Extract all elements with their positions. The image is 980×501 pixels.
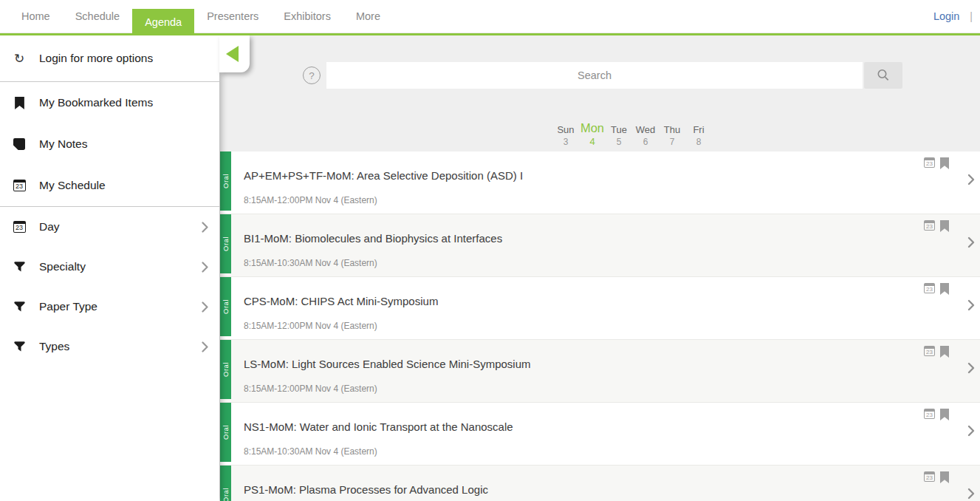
sidebar-item[interactable]: 23 My Bookmarked Items: [0, 82, 219, 123]
chevron-right-icon[interactable]: [967, 425, 975, 437]
day-name: Thu: [664, 124, 680, 135]
session-info: NS1-MoM: Water and Ionic Transport at th…: [220, 403, 980, 457]
day-option[interactable]: Mon 4: [579, 118, 606, 148]
sidebar-item[interactable]: 23 My Notes: [0, 123, 219, 165]
session-actions: 23: [924, 471, 949, 483]
login-separator: |: [970, 10, 973, 22]
session-time: 8:15AM-12:00PM Nov 4 (Eastern): [244, 384, 891, 394]
day-option[interactable]: Sun 3: [552, 118, 579, 148]
calendar-icon: 23: [11, 221, 27, 233]
sidebar-item[interactable]: 23 Specialty: [0, 247, 219, 287]
session-row[interactable]: Oral BI1-MoM: Biomolecules and Biophysic…: [220, 214, 980, 277]
session-row[interactable]: Oral AP+EM+PS+TF-MoM: Area Selective Dep…: [220, 151, 980, 214]
add-to-schedule-icon[interactable]: 23: [924, 409, 935, 419]
sidebar-item[interactable]: 23 My Schedule: [0, 165, 219, 207]
session-type-label: Oral: [222, 174, 230, 188]
search-input[interactable]: [326, 62, 863, 89]
nav-tab[interactable]: More: [343, 0, 393, 33]
sidebar-item[interactable]: 23 Day: [0, 207, 219, 247]
session-row[interactable]: Oral CPS-MoM: CHIPS Act Mini-Symposium 8…: [220, 277, 980, 340]
chevron-right-icon[interactable]: [967, 362, 975, 374]
session-time: 8:15AM-10:30AM Nov 4 (Eastern): [244, 446, 891, 457]
sidebar-item-label: My Bookmarked Items: [39, 96, 153, 109]
calendar-icon-label: 23: [926, 350, 933, 355]
bookmark-icon[interactable]: [940, 283, 949, 295]
collapse-arrow-icon: [226, 46, 239, 62]
bookmark-icon: [11, 97, 27, 109]
login-link[interactable]: Login: [933, 10, 959, 22]
session-actions: 23: [924, 283, 949, 295]
add-to-schedule-icon[interactable]: 23: [924, 471, 935, 482]
nav-tab[interactable]: Schedule: [63, 0, 132, 33]
session-info: PS1-MoM: Plasma Processes for Advanced L…: [220, 466, 980, 496]
sidebar-item[interactable]: 23 Types: [0, 327, 219, 367]
add-to-schedule-icon[interactable]: 23: [924, 157, 935, 168]
top-navigation: Home Schedule Agenda Presenters Exhibito…: [0, 0, 980, 35]
add-to-schedule-icon[interactable]: 23: [924, 220, 935, 231]
nav-tab[interactable]: Exhibitors: [271, 0, 343, 33]
day-option[interactable]: Fri 8: [685, 118, 712, 148]
nav-tab[interactable]: Home: [9, 0, 63, 33]
app-viewport: Home Schedule Agenda Presenters Exhibito…: [0, 0, 980, 501]
calendar-icon-label: 23: [16, 183, 23, 190]
sidebar-item-label: Paper Type: [39, 300, 97, 313]
sidebar-item-label: My Schedule: [39, 179, 106, 192]
search-row: ?: [303, 62, 902, 89]
bookmark-icon[interactable]: [940, 471, 949, 483]
date-picker: Sun 3 Mon 4 Tue 5: [332, 118, 932, 148]
session-actions: 23: [924, 409, 949, 420]
bookmark-icon[interactable]: [940, 346, 949, 358]
session-time: 8:15AM-12:00PM Nov 4 (Eastern): [244, 195, 891, 205]
nav-bar: Home Schedule Agenda Presenters Exhibito…: [0, 0, 980, 33]
nav-tab[interactable]: Presenters: [194, 0, 271, 33]
session-info: CPS-MoM: CHIPS Act Mini-Symposium 8:15AM…: [220, 277, 980, 331]
session-type-bar: Oral: [220, 214, 231, 273]
chevron-right-icon: [202, 301, 208, 313]
chevron-right-icon[interactable]: [967, 236, 975, 248]
chevron-right-icon[interactable]: [967, 174, 975, 185]
add-to-schedule-icon[interactable]: 23: [924, 346, 935, 356]
session-row[interactable]: Oral LS-MoM: Light Sources Enabled Scien…: [220, 340, 980, 403]
filter-icon: [11, 341, 27, 352]
session-row[interactable]: Oral NS1-MoM: Water and Ionic Transport …: [220, 403, 980, 466]
help-icon[interactable]: ?: [303, 67, 321, 84]
bookmark-icon[interactable]: [940, 157, 949, 169]
day-number: 7: [670, 135, 675, 148]
day-name: Wed: [636, 124, 656, 135]
session-info: LS-MoM: Light Sources Enabled Science Mi…: [220, 340, 980, 394]
sidebar: ↻ Login for more options: [0, 35, 219, 501]
chevron-right-icon: [202, 222, 208, 233]
sidebar-login-label: Login for more options: [39, 52, 153, 65]
day-name: Tue: [611, 124, 627, 135]
calendar-icon-label: 23: [926, 287, 933, 293]
day-name: Mon: [580, 121, 604, 135]
session-type-bar: Oral: [220, 466, 231, 501]
day-option[interactable]: Thu 7: [659, 118, 685, 148]
day-name: Sun: [557, 124, 574, 135]
day-option[interactable]: Wed 6: [632, 118, 659, 148]
calendar-icon: 23: [11, 180, 27, 191]
sidebar-collapse-tab[interactable]: [219, 35, 250, 72]
bookmark-icon[interactable]: [940, 220, 949, 232]
chevron-right-icon[interactable]: [967, 488, 975, 500]
search-button[interactable]: [864, 62, 902, 89]
chevron-right-icon[interactable]: [967, 299, 975, 311]
session-row[interactable]: Oral PS1-MoM: Plasma Processes for Advan…: [220, 466, 980, 501]
session-time: 8:15AM-12:00PM Nov 4 (Eastern): [244, 321, 891, 331]
session-type-bar: Oral: [220, 151, 231, 211]
session-actions: 23: [924, 346, 949, 358]
session-type-bar: Oral: [220, 340, 231, 399]
day-option[interactable]: Tue 5: [606, 118, 632, 148]
sidebar-item[interactable]: 23 Paper Type: [0, 287, 219, 327]
session-actions: 23: [924, 220, 949, 232]
calendar-icon-label: 23: [926, 475, 933, 481]
day-number: 8: [696, 135, 702, 148]
add-to-schedule-icon[interactable]: 23: [924, 283, 935, 293]
bookmark-icon[interactable]: [940, 409, 949, 420]
agenda-header: ? Sun 3: [220, 35, 980, 151]
sidebar-login-row[interactable]: ↻ Login for more options: [0, 35, 219, 82]
session-title: NS1-MoM: Water and Ionic Transport at th…: [244, 420, 891, 433]
session-title: AP+EM+PS+TF-MoM: Area Selective Depositi…: [244, 169, 891, 182]
session-type-label: Oral: [222, 488, 230, 501]
nav-tab[interactable]: Agenda: [132, 9, 194, 35]
